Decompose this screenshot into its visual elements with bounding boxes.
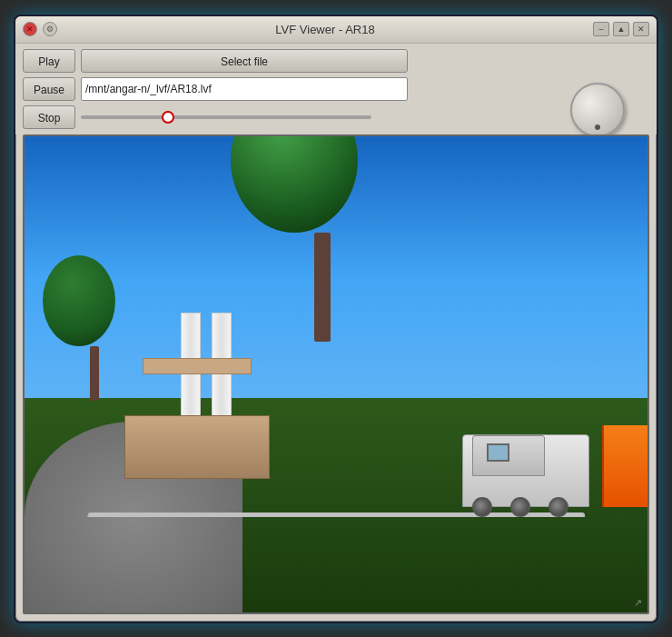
train-yellow	[602, 425, 647, 507]
train-locomotive	[462, 416, 617, 507]
slider-track	[81, 115, 371, 119]
maximize-button[interactable]: ▲	[613, 22, 629, 36]
minimize-button[interactable]: –	[593, 22, 609, 36]
settings-icon[interactable]: ⚙	[43, 22, 57, 36]
pause-button[interactable]: Pause	[23, 77, 75, 101]
center-tree	[286, 160, 358, 342]
select-file-button[interactable]: Select file	[81, 49, 408, 73]
center-tree-trunk	[314, 233, 331, 342]
volume-knob[interactable]	[570, 83, 625, 137]
left-tree-foliage	[43, 255, 115, 346]
close-button[interactable]: ✕	[23, 22, 37, 36]
controls-area: Play Select file Pause Stop	[15, 44, 657, 134]
wheel-3	[548, 497, 568, 517]
wheel-1	[472, 497, 492, 517]
file-path-input[interactable]	[81, 77, 408, 101]
main-window: ✕ ⚙ LVF Viewer - AR18 – ▲ ✕ Play Select …	[14, 15, 658, 623]
title-bar: ✕ ⚙ LVF Viewer - AR18 – ▲ ✕	[15, 16, 657, 44]
controls-row-1: Play Select file	[23, 49, 649, 73]
controls-row-2: Pause	[23, 77, 649, 101]
train-cab	[472, 435, 545, 476]
horizontal-beam	[143, 358, 252, 374]
controls-row-3: Stop	[23, 105, 649, 129]
play-button[interactable]: Play	[23, 49, 75, 73]
left-tree	[74, 255, 115, 401]
train-window	[487, 443, 509, 462]
stop-button[interactable]: Stop	[23, 105, 75, 129]
wheel-2	[510, 497, 530, 517]
window-title: LVF Viewer - AR18	[57, 23, 593, 36]
train-wheels	[472, 497, 568, 517]
train-body	[462, 434, 589, 507]
watermark: ↗	[634, 597, 642, 609]
close-title-button[interactable]: ✕	[633, 22, 649, 36]
slider-thumb[interactable]	[162, 111, 174, 124]
video-area: ↗	[23, 134, 649, 614]
playback-slider-container	[81, 115, 371, 119]
knob-indicator	[595, 124, 600, 130]
volume-knob-area	[566, 78, 629, 142]
scene: ↗	[25, 136, 647, 612]
title-bar-left-controls: ✕ ⚙	[23, 22, 57, 36]
left-tree-trunk	[90, 346, 99, 401]
title-bar-right-controls: – ▲ ✕	[593, 22, 649, 36]
base-structure	[124, 415, 270, 479]
